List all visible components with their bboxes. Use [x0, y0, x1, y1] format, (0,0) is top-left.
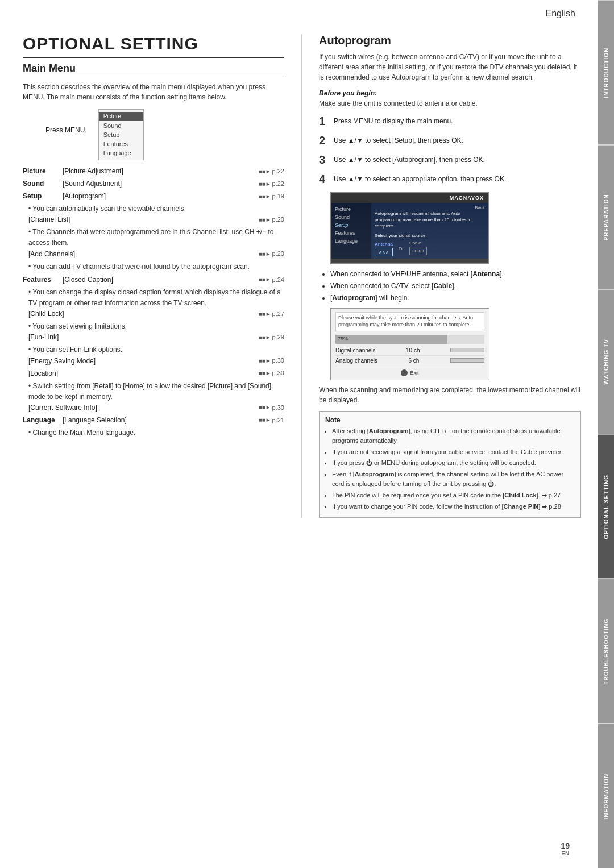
tv-menu-item-setup-active: Setup	[331, 221, 371, 229]
note-item-4: The PIN code will be required once you s…	[332, 491, 575, 501]
sub-closed-caption-note: • You can change the display closed capt…	[28, 287, 284, 309]
intro-text: This section describes the overview of t…	[23, 82, 284, 102]
ref-location: ■■► p.30	[259, 368, 284, 379]
analog-channels-label: Analog channels	[335, 358, 377, 364]
language-label: English	[546, 9, 575, 19]
after-tv-bullets: When connected to VHF/UHF antenna, selec…	[330, 269, 581, 304]
note-item-1: If you are not receiving a signal from y…	[332, 447, 575, 458]
desc-picture: [Picture Adjustment]	[63, 166, 259, 176]
menu-items-list: Picture [Picture Adjustment] ■■► p.22 So…	[23, 166, 284, 438]
exit-label: Exit	[410, 370, 418, 376]
menu-item-features: Features	[99, 139, 143, 148]
tv-menu-item-picture: Picture	[331, 205, 371, 213]
tv-or-label: Or	[399, 246, 404, 251]
menu-row-channel-list: [Channel List] ■■► p.20	[28, 214, 284, 225]
menu-row-software-info: [Current Software Info] ■■► p.30	[28, 402, 284, 413]
menu-box: Picture Sound Setup Features Language	[98, 109, 144, 160]
ref-fun-link: ■■► p.29	[259, 332, 284, 342]
tv-screenshot-step4: MAGNAVOX Picture Sound Setup Features La…	[330, 192, 489, 264]
desc-child-lock: [Child Lock]	[28, 309, 259, 319]
category-picture: Picture	[23, 166, 63, 176]
tab-information[interactable]: INFORMATION	[598, 724, 614, 869]
category-language: Language	[23, 415, 63, 425]
channel-row-analog: Analog channels 6 ch	[335, 358, 484, 366]
tv-bottom-bar	[331, 259, 488, 263]
menu-row-energy-saving: [Energy Saving Mode] ■■► p.30	[28, 356, 284, 366]
digital-channels-count: 10 ch	[406, 347, 420, 354]
bullet-antenna: When connected to VHF/UHF antenna, selec…	[330, 269, 581, 280]
step-1-text: Press MENU to display the main menu.	[334, 114, 453, 126]
bullet-autoprogram-begin: [Autoprogram] will begin.	[330, 293, 581, 304]
menu-row-language: Language [Language Selection] ■■► p.21	[23, 415, 284, 425]
tab-introduction[interactable]: INTRODUCTION	[598, 0, 614, 145]
desc-add-channels: [Add Channels]	[28, 249, 259, 259]
note-item-2: If you press ⏻ or MENU during autoprogra…	[332, 458, 575, 468]
progress-bar-container: 75%	[335, 335, 484, 344]
progress-bar-fill	[335, 335, 447, 344]
tab-watching-tv[interactable]: WATCHING TV	[598, 289, 614, 434]
menu-row-features: Features [Closed Caption] ■■► p.24	[23, 275, 284, 285]
tab-preparation[interactable]: PREPARATION	[598, 145, 614, 290]
menu-row-sound: Sound [Sound Adjustment] ■■► p.22	[23, 178, 284, 189]
ref-setup: ■■► p.19	[259, 191, 284, 201]
desc-language-selection: [Language Selection]	[63, 415, 259, 425]
desc-fun-link: [Fun-Link]	[28, 332, 259, 342]
menu-diagram: Press MENU. Picture Sound Setup Features…	[45, 109, 284, 160]
section-title-autoprogram: Autoprogram	[319, 34, 581, 47]
right-column: Autoprogram If you switch wires (e.g. be…	[301, 34, 581, 518]
ref-child-lock: ■■► p.27	[259, 309, 284, 319]
sub-channel-list-note: • The Channels that were autoprogrammed …	[28, 227, 284, 248]
bullet-cable: When connected to CATV, select [Cable].	[330, 281, 581, 292]
side-tabs: INTRODUCTION PREPARATION WATCHING TV OPT…	[598, 0, 614, 868]
tab-optional-setting[interactable]: OPTIONAL SETTING	[598, 434, 614, 579]
note-title: Note	[325, 416, 575, 424]
analog-channel-bar	[450, 358, 484, 363]
menu-row-add-channels: [Add Channels] ■■► p.20	[28, 249, 284, 259]
step-4-text: Use ▲/▼ to select an appropriate option,…	[334, 172, 506, 184]
menu-item-setup: Setup	[99, 130, 143, 139]
menu-row-child-lock: [Child Lock] ■■► p.27	[28, 309, 284, 319]
step-4-num: 4	[319, 172, 330, 186]
desc-channel-list: [Channel List]	[28, 214, 259, 225]
step-4: 4 Use ▲/▼ to select an appropriate optio…	[319, 172, 581, 186]
category-sound: Sound	[23, 178, 63, 189]
tv-brand: MAGNAVOX	[336, 195, 484, 201]
note-item-5: If you want to change your PIN code, fol…	[332, 502, 575, 512]
digital-channel-bar	[450, 348, 484, 352]
progress-label: 75%	[338, 336, 348, 342]
menu-item-sound: Sound	[99, 121, 143, 130]
ref-energy-saving: ■■► p.30	[259, 356, 284, 366]
before-begin-text: Make sure the unit is connected to anten…	[319, 99, 581, 107]
tv-cable-label: Cable	[409, 240, 427, 246]
step-3-text: Use ▲/▼ to select [Autoprogram], then pr…	[334, 153, 485, 165]
step-1: 1 Press MENU to display the main menu.	[319, 114, 581, 128]
analog-channels-count: 6 ch	[409, 358, 420, 364]
ref-sound: ■■► p.22	[259, 178, 284, 189]
step-2-text: Use ▲/▼ to select [Setup], then press OK…	[334, 134, 463, 146]
step-2: 2 Use ▲/▼ to select [Setup], then press …	[319, 134, 581, 147]
step-3: 3 Use ▲/▼ to select [Autoprogram], then …	[319, 153, 581, 167]
note-item-0: After setting [Autoprogram], using CH +/…	[332, 426, 575, 446]
sub-autoprogram-note: • You can automatically scan the viewabl…	[28, 203, 284, 214]
step-1-num: 1	[319, 114, 330, 128]
note-box: Note After setting [Autoprogram], using …	[319, 411, 581, 518]
menu-icon	[401, 369, 408, 376]
autoprogram-intro: If you switch wires (e.g. between antenn…	[319, 52, 581, 82]
tv-menu-desc: Autoprogram will rescan all channels. Au…	[375, 210, 485, 230]
sub-child-lock-note: • You can set viewing limitations.	[28, 321, 284, 332]
sub-fun-link-note: • You can set Fun-Link options.	[28, 344, 284, 355]
note-list: After setting [Autoprogram], using CH +/…	[325, 426, 575, 512]
note-item-3: Even if [Autoprogram] is completed, the …	[332, 470, 575, 489]
sub-location-note: • Switch setting from [Retail] to [Home]…	[28, 381, 284, 402]
menu-row-fun-link: [Fun-Link] ■■► p.29	[28, 332, 284, 342]
main-content: English OPTIONAL SETTING Main Menu This …	[0, 0, 598, 868]
desc-sound: [Sound Adjustment]	[63, 178, 259, 189]
page-title: OPTIONAL SETTING	[23, 34, 284, 58]
tv-menu-right: Back Autoprogram will rescan all channel…	[371, 203, 488, 259]
tab-troubleshooting[interactable]: TROUBLESHOOTING	[598, 579, 614, 724]
tv-signal-label: Select your signal source.	[375, 233, 485, 238]
desc-software-info: [Current Software Info]	[28, 402, 259, 413]
category-setup: Setup	[23, 191, 63, 201]
after-scan-text: When the scanning and memorizing are com…	[319, 385, 581, 405]
channel-row-digital: Digital channels 10 ch	[335, 347, 484, 356]
